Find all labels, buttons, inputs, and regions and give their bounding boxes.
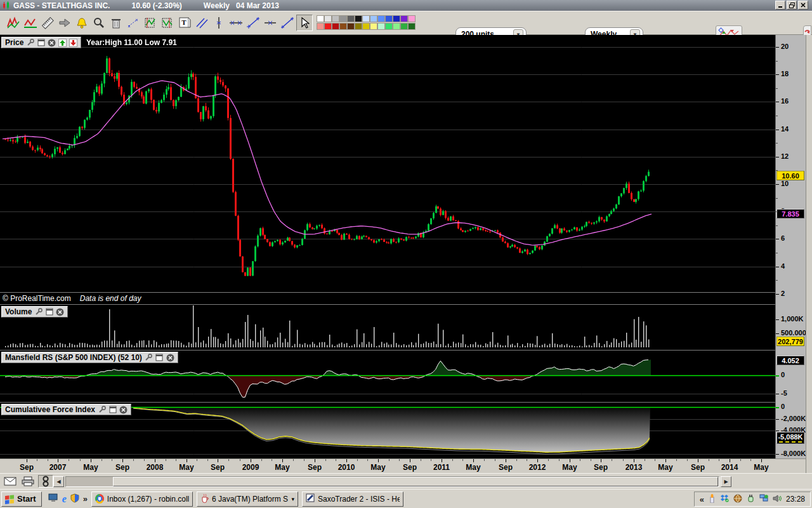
text-tool[interactable]: T — [176, 15, 193, 31]
color-swatch[interactable] — [324, 15, 332, 22]
zigzag-tool[interactable] — [22, 15, 39, 31]
force-settings-wrench-icon[interactable] — [98, 406, 106, 414]
quick-launch-overflow-chevron[interactable]: » — [83, 494, 88, 504]
x-axis-label: Sep — [587, 463, 615, 472]
volume-maximize-icon[interactable] — [45, 308, 53, 316]
mansfield-maximize-icon[interactable] — [155, 354, 164, 362]
color-swatch[interactable] — [362, 23, 370, 30]
color-swatch[interactable] — [408, 15, 416, 22]
arrow-marker-tool[interactable] — [56, 15, 73, 31]
x-axis-label: Sep — [13, 463, 41, 472]
candle-app-tray-icon[interactable] — [709, 494, 716, 505]
x-axis-minor-tick — [389, 459, 390, 461]
scrollbar-thumb[interactable] — [113, 477, 718, 486]
x-axis-tick — [730, 459, 730, 462]
color-swatch[interactable] — [393, 15, 400, 22]
force-maximize-icon[interactable] — [108, 406, 117, 414]
color-swatch[interactable] — [347, 15, 355, 22]
color-swatch[interactable] — [355, 23, 362, 30]
x-axis-label: Sep — [108, 463, 136, 472]
chart-annotation-tool-1[interactable] — [142, 15, 159, 31]
color-swatch[interactable] — [362, 15, 370, 22]
network-tray-icon[interactable] — [759, 494, 768, 504]
scroll-left-button[interactable]: ◀ — [53, 476, 64, 487]
volume-speaker-tray-icon[interactable] — [773, 495, 782, 504]
mansfield-close-icon[interactable] — [166, 354, 174, 362]
task-button-saxotrader[interactable]: SaxoTrader 2 - ISIS - He... — [302, 491, 403, 507]
horizontal-segment-tool[interactable] — [262, 15, 278, 31]
show-desktop-icon[interactable] — [48, 493, 58, 504]
zoom-tool[interactable] — [91, 15, 107, 31]
volume-chart-canvas[interactable] — [0, 305, 775, 350]
internet-explorer-icon[interactable]: e — [62, 493, 67, 505]
segment-marker-tool[interactable] — [125, 15, 141, 31]
restore-button[interactable] — [787, 1, 797, 10]
price-move-up-icon[interactable] — [58, 39, 67, 47]
security-shield-icon[interactable] — [70, 493, 79, 505]
price-settings-wrench-icon[interactable] — [26, 39, 34, 47]
windows-logo-icon — [4, 494, 15, 504]
power-plug-tray-icon[interactable] — [747, 494, 755, 505]
globe-tray-icon[interactable] — [733, 494, 742, 505]
start-button[interactable]: Start — [1, 491, 42, 507]
color-swatch[interactable] — [385, 15, 393, 22]
print-button[interactable] — [20, 475, 36, 488]
axis-tick — [776, 294, 779, 295]
parallel-lines-tool[interactable] — [193, 15, 210, 31]
color-swatch[interactable] — [370, 23, 377, 30]
close-button[interactable] — [798, 1, 808, 10]
color-swatch[interactable] — [408, 23, 416, 30]
ruler-tool[interactable] — [39, 15, 56, 31]
task-button-java[interactable]: 6 Java(TM) Platform SE... ▾ — [197, 491, 298, 507]
ray-tool[interactable] — [245, 15, 261, 31]
color-swatch[interactable] — [400, 23, 408, 30]
link-charts-button[interactable] — [38, 475, 53, 488]
tray-collapse-chevron[interactable]: « — [700, 495, 704, 504]
mail-button[interactable] — [3, 475, 18, 488]
axis-minor-tick — [776, 116, 778, 116]
x-axis-tick — [91, 459, 91, 462]
chart-annotation-tool-2[interactable] — [159, 15, 176, 31]
color-swatch[interactable] — [385, 23, 393, 30]
x-axis-minor-tick — [304, 459, 304, 461]
price-move-down-icon[interactable] — [69, 39, 77, 47]
x-axis-minor-tick — [431, 459, 431, 461]
x-axis-label: 2013 — [620, 463, 648, 472]
price-close-icon[interactable] — [48, 39, 56, 47]
color-swatch[interactable] — [393, 23, 400, 30]
force-close-icon[interactable] — [119, 406, 128, 414]
scroll-right-button[interactable]: ▶ — [721, 476, 731, 487]
price-maximize-icon[interactable] — [37, 39, 45, 47]
horizontal-extended-line-tool[interactable] — [228, 15, 244, 31]
color-swatch[interactable] — [377, 23, 385, 30]
trendline-tool[interactable] — [279, 15, 296, 31]
task-group-arrow-icon[interactable]: ▾ — [291, 496, 294, 502]
task-button-inbox[interactable]: Inbox (1,267) - robin.coll... — [91, 491, 193, 507]
elliott-wave-tool[interactable] — [5, 15, 22, 31]
vertical-line-tool[interactable] — [211, 15, 227, 31]
volume-settings-wrench-icon[interactable] — [34, 308, 43, 316]
price-panel-title: Price — [5, 38, 23, 47]
delete-tool[interactable] — [108, 15, 124, 31]
cursor-tool-selected[interactable] — [296, 15, 313, 31]
volume-close-icon[interactable] — [56, 308, 64, 316]
color-swatch[interactable] — [317, 23, 324, 30]
color-swatch[interactable] — [370, 15, 377, 22]
scrollbar-track[interactable] — [65, 476, 719, 487]
price-chart-canvas[interactable] — [0, 35, 775, 293]
color-swatch[interactable] — [332, 15, 339, 22]
color-swatch[interactable] — [377, 15, 385, 22]
color-swatch[interactable] — [324, 23, 332, 30]
color-swatch[interactable] — [339, 15, 347, 22]
dropbox-tray-icon[interactable] — [720, 494, 729, 504]
color-swatch[interactable] — [317, 15, 324, 22]
color-swatch[interactable] — [355, 15, 362, 22]
minimize-button[interactable] — [775, 1, 785, 10]
color-swatch[interactable] — [347, 23, 355, 30]
x-axis-label: 2010 — [332, 463, 360, 472]
color-swatch[interactable] — [332, 23, 339, 30]
color-swatch[interactable] — [339, 23, 347, 30]
color-swatch[interactable] — [400, 15, 408, 22]
alert-bell-tool[interactable] — [74, 15, 90, 31]
mansfield-settings-wrench-icon[interactable] — [145, 354, 153, 362]
